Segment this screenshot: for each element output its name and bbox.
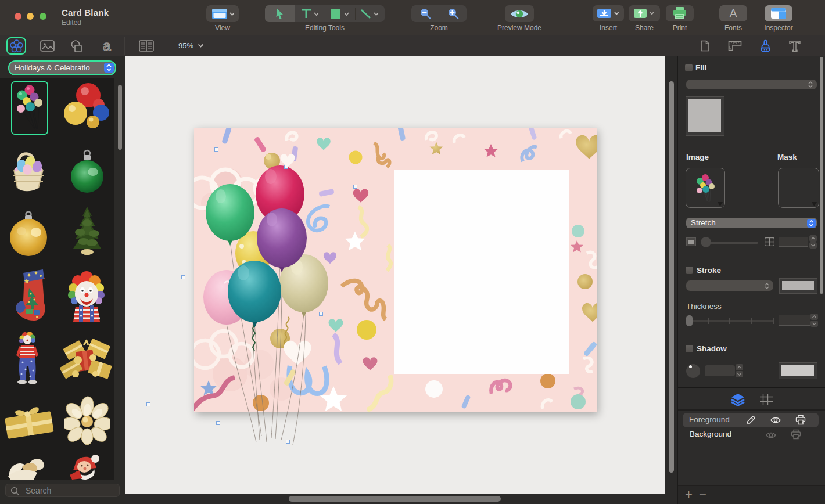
svg-text:a: a xyxy=(103,39,111,53)
svg-text:A: A xyxy=(730,7,737,19)
